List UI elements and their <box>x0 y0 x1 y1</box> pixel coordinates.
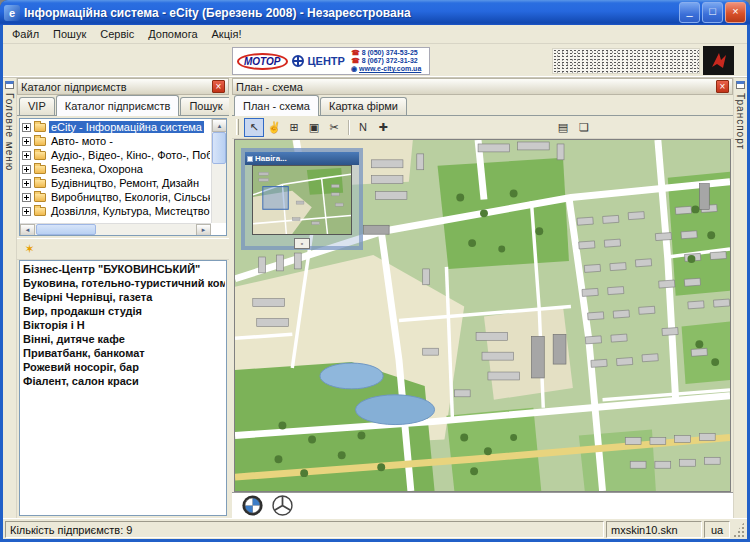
tab-company-card[interactable]: Картка фірми <box>320 97 407 115</box>
tab-vip[interactable]: VIP <box>19 97 55 115</box>
menu-service[interactable]: Сервіс <box>93 26 141 42</box>
close-button[interactable]: × <box>725 2 746 23</box>
tree-item[interactable]: Дозвілля, Культура, Мистецтво, Релігія <box>21 204 210 218</box>
tab-plan-schema[interactable]: План - схема <box>234 95 319 116</box>
menu-help[interactable]: Допомога <box>141 26 204 42</box>
sponsor-logo-strip <box>232 492 733 518</box>
maximize-button[interactable]: □ <box>702 2 723 23</box>
company-item[interactable]: Вечірні Чернівці, газета <box>21 290 225 304</box>
map-canvas[interactable]: Навіга... <box>234 139 731 492</box>
north-arrow-tool[interactable]: N <box>353 118 373 137</box>
dock-transport-label: Транспорт <box>735 93 746 150</box>
company-item[interactable]: Вікторія і Н <box>21 318 225 332</box>
menu-file[interactable]: Файл <box>5 26 46 42</box>
pointer-tool[interactable]: ↖ <box>244 118 264 137</box>
folder-icon <box>34 207 46 216</box>
expand-icon[interactable] <box>22 137 31 146</box>
catalog-tabs: VIP Каталог підприємств Пошук <box>17 95 229 116</box>
tree-item[interactable]: Безпека, Охорона <box>21 162 210 176</box>
expand-icon[interactable] <box>22 165 31 174</box>
scroll-track[interactable] <box>97 224 196 235</box>
category-tree: eCity - Інформаційна система Авто- мото … <box>19 118 227 236</box>
phone-icon: ☎ <box>351 57 360 65</box>
mercedes-logo[interactable] <box>272 495 293 516</box>
company-item[interactable]: Вінні, дитяче кафе <box>21 332 225 346</box>
tab-catalog[interactable]: Каталог підприємств <box>56 95 180 116</box>
catalog-panel: Каталог підприємств × VIP Каталог підпри… <box>17 78 229 518</box>
minimap-view[interactable] <box>252 165 352 235</box>
plan-panel-header[interactable]: План - схема × <box>232 78 733 95</box>
scroll-up-icon[interactable]: ▲ <box>212 119 227 132</box>
banner-row: МОТОР ЦЕНТР ☎8 (050) 374-53-25 ☎8 (067) … <box>3 44 747 78</box>
ad-brand-center: ЦЕНТР <box>308 55 345 67</box>
tree-item[interactable]: Виробництво, Екологія, Сільське господар <box>21 190 210 204</box>
scroll-left-icon[interactable]: ◄ <box>20 224 35 236</box>
center-tool[interactable]: ✚ <box>373 118 393 137</box>
expand-icon[interactable] <box>22 123 31 132</box>
toolbar-grip[interactable] <box>236 119 239 135</box>
expand-icon[interactable] <box>22 179 31 188</box>
minimap-resize-button[interactable]: ▫ <box>294 238 310 249</box>
expand-icon[interactable] <box>22 151 31 160</box>
company-item[interactable]: Рожевий носоріг, бар <box>21 360 225 374</box>
dock-transport[interactable]: Транспорт <box>733 78 747 518</box>
tree-vertical-scrollbar[interactable]: ▲ <box>211 119 226 223</box>
zoom-window-tool[interactable]: ⊞ <box>284 118 304 137</box>
menu-action[interactable]: Акція! <box>205 26 249 42</box>
tree-item[interactable]: Авто- мото - <box>21 134 210 148</box>
scroll-thumb[interactable] <box>36 224 96 235</box>
catalog-panel-header[interactable]: Каталог підприємств × <box>17 78 229 95</box>
tab-search[interactable]: Пошук <box>180 97 231 115</box>
scroll-right-icon[interactable]: ► <box>196 224 211 236</box>
company-item[interactable]: Вир, продакшн студія <box>21 304 225 318</box>
print-tool[interactable]: ▤ <box>553 118 573 137</box>
company-item[interactable]: Фіалент, салон краси <box>21 374 225 388</box>
minimap-graphic <box>253 166 351 234</box>
window-title: Інформаційна система - eCity (Березень 2… <box>24 6 679 20</box>
company-item[interactable]: Бізнес-Центр "БУКОВИНСЬКИЙ" <box>21 262 225 276</box>
catalog-close-icon[interactable]: × <box>212 80 225 93</box>
company-item[interactable]: Буковина, готельно-туристичний комплекс <box>21 276 225 290</box>
app-window: e Інформаційна система - eCity (Березень… <box>0 0 750 542</box>
tree-item-label: Будівництво, Ремонт, Дизайн <box>49 177 201 189</box>
minimize-button[interactable]: _ <box>679 2 700 23</box>
navigator-minimap[interactable]: Навіга... <box>241 148 363 250</box>
tree-item[interactable]: Аудіо-, Відео-, Кіно-, Фото-, Побутова т… <box>21 148 210 162</box>
vendor-logo[interactable] <box>703 46 734 75</box>
expand-icon[interactable] <box>22 207 31 216</box>
cut-tool[interactable]: ✂ <box>324 118 344 137</box>
ad-phone-2: 8 (067) 372-31-32 <box>362 57 418 65</box>
plan-close-icon[interactable]: × <box>716 80 729 93</box>
company-list: Бізнес-Центр "БУКОВИНСЬКИЙ" Буковина, го… <box>19 260 227 516</box>
motor-center-ad[interactable]: МОТОР ЦЕНТР ☎8 (050) 374-53-25 ☎8 (067) … <box>232 47 430 75</box>
resize-grip[interactable] <box>732 521 745 538</box>
bmw-logo[interactable] <box>242 495 263 516</box>
titlebar[interactable]: e Інформаційна система - eCity (Березень… <box>0 0 750 25</box>
catalog-panel-title: Каталог підприємств <box>21 81 212 93</box>
status-language[interactable]: ua <box>704 521 730 538</box>
pan-tool[interactable]: ✌ <box>264 118 284 137</box>
globe-icon: ◉ <box>351 65 357 73</box>
folder-icon <box>34 151 46 160</box>
minimap-icon <box>247 156 253 162</box>
tree-horizontal-scrollbar[interactable]: ◄ ► <box>20 223 211 235</box>
tree-item[interactable]: Будівництво, Ремонт, Дизайн <box>21 176 210 190</box>
plan-tabs: План - схема Картка фірми <box>232 95 733 116</box>
snapshot-tool[interactable]: ▣ <box>304 118 324 137</box>
minimap-titlebar[interactable]: Навіга... <box>245 152 359 165</box>
dock-main-menu[interactable]: Головне меню <box>3 78 17 518</box>
phone-icon: ☎ <box>351 49 360 57</box>
favorites-star-icon[interactable]: ✶ <box>20 240 39 258</box>
plan-panel: План - схема × План - схема Картка фірми… <box>232 78 733 518</box>
tree-item[interactable]: eCity - Інформаційна система <box>21 120 210 134</box>
menu-search[interactable]: Пошук <box>46 26 93 42</box>
expand-icon[interactable] <box>22 193 31 202</box>
scroll-thumb[interactable] <box>212 132 226 164</box>
company-item[interactable]: Приватбанк, банкомат <box>21 346 225 360</box>
ad-website-link[interactable]: www.e-city.com.ua <box>359 65 421 73</box>
layers-tool[interactable]: ❏ <box>574 118 594 137</box>
folder-icon <box>34 179 46 188</box>
map-toolbar: ↖ ✌ ⊞ ▣ ✂ N ✚ ▤ ❏ <box>232 116 733 139</box>
ad-contact-block: ☎8 (050) 374-53-25 ☎8 (067) 372-31-32 ◉w… <box>351 49 421 73</box>
ad-phone-1: 8 (050) 374-53-25 <box>362 49 418 57</box>
